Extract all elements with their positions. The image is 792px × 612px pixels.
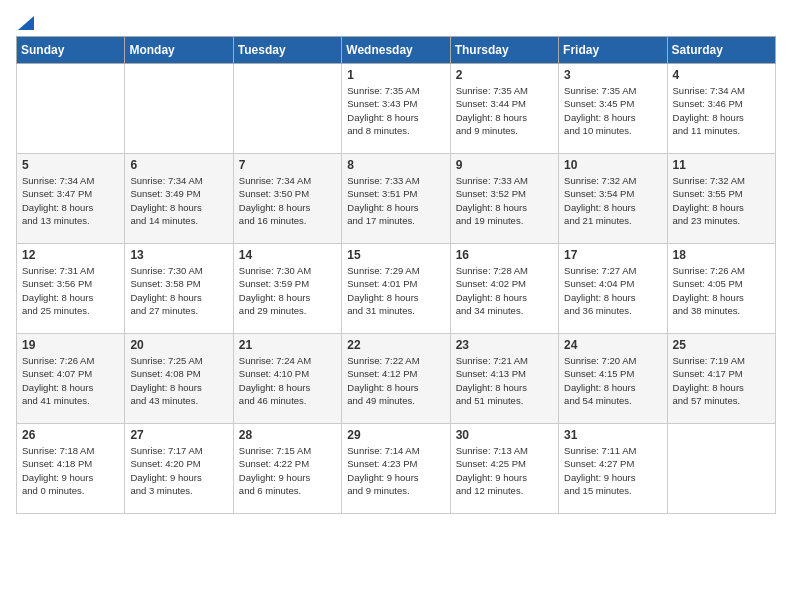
day-number: 23 bbox=[456, 338, 553, 352]
header-monday: Monday bbox=[125, 37, 233, 64]
day-number: 4 bbox=[673, 68, 770, 82]
day-number: 28 bbox=[239, 428, 336, 442]
calendar-cell bbox=[233, 64, 341, 154]
day-number: 17 bbox=[564, 248, 661, 262]
day-number: 1 bbox=[347, 68, 444, 82]
day-detail: Sunrise: 7:21 AM Sunset: 4:13 PM Dayligh… bbox=[456, 354, 553, 407]
day-detail: Sunrise: 7:25 AM Sunset: 4:08 PM Dayligh… bbox=[130, 354, 227, 407]
day-detail: Sunrise: 7:32 AM Sunset: 3:55 PM Dayligh… bbox=[673, 174, 770, 227]
day-number: 14 bbox=[239, 248, 336, 262]
day-number: 16 bbox=[456, 248, 553, 262]
calendar-cell bbox=[667, 424, 775, 514]
calendar-cell: 2Sunrise: 7:35 AM Sunset: 3:44 PM Daylig… bbox=[450, 64, 558, 154]
day-number: 19 bbox=[22, 338, 119, 352]
week-row-1: 1Sunrise: 7:35 AM Sunset: 3:43 PM Daylig… bbox=[17, 64, 776, 154]
day-detail: Sunrise: 7:26 AM Sunset: 4:05 PM Dayligh… bbox=[673, 264, 770, 317]
calendar-cell: 18Sunrise: 7:26 AM Sunset: 4:05 PM Dayli… bbox=[667, 244, 775, 334]
day-number: 12 bbox=[22, 248, 119, 262]
day-number: 15 bbox=[347, 248, 444, 262]
calendar-cell: 13Sunrise: 7:30 AM Sunset: 3:58 PM Dayli… bbox=[125, 244, 233, 334]
calendar-cell: 4Sunrise: 7:34 AM Sunset: 3:46 PM Daylig… bbox=[667, 64, 775, 154]
day-number: 2 bbox=[456, 68, 553, 82]
calendar-cell: 21Sunrise: 7:24 AM Sunset: 4:10 PM Dayli… bbox=[233, 334, 341, 424]
day-detail: Sunrise: 7:31 AM Sunset: 3:56 PM Dayligh… bbox=[22, 264, 119, 317]
day-detail: Sunrise: 7:20 AM Sunset: 4:15 PM Dayligh… bbox=[564, 354, 661, 407]
day-detail: Sunrise: 7:13 AM Sunset: 4:25 PM Dayligh… bbox=[456, 444, 553, 497]
calendar-cell: 25Sunrise: 7:19 AM Sunset: 4:17 PM Dayli… bbox=[667, 334, 775, 424]
calendar-cell bbox=[17, 64, 125, 154]
day-detail: Sunrise: 7:35 AM Sunset: 3:44 PM Dayligh… bbox=[456, 84, 553, 137]
calendar-cell: 3Sunrise: 7:35 AM Sunset: 3:45 PM Daylig… bbox=[559, 64, 667, 154]
day-number: 29 bbox=[347, 428, 444, 442]
day-number: 9 bbox=[456, 158, 553, 172]
day-number: 26 bbox=[22, 428, 119, 442]
day-number: 3 bbox=[564, 68, 661, 82]
calendar-cell: 14Sunrise: 7:30 AM Sunset: 3:59 PM Dayli… bbox=[233, 244, 341, 334]
day-number: 21 bbox=[239, 338, 336, 352]
week-row-4: 19Sunrise: 7:26 AM Sunset: 4:07 PM Dayli… bbox=[17, 334, 776, 424]
header-saturday: Saturday bbox=[667, 37, 775, 64]
day-detail: Sunrise: 7:19 AM Sunset: 4:17 PM Dayligh… bbox=[673, 354, 770, 407]
logo bbox=[16, 16, 34, 26]
calendar-cell: 30Sunrise: 7:13 AM Sunset: 4:25 PM Dayli… bbox=[450, 424, 558, 514]
calendar-cell: 1Sunrise: 7:35 AM Sunset: 3:43 PM Daylig… bbox=[342, 64, 450, 154]
calendar-cell: 26Sunrise: 7:18 AM Sunset: 4:18 PM Dayli… bbox=[17, 424, 125, 514]
day-detail: Sunrise: 7:34 AM Sunset: 3:46 PM Dayligh… bbox=[673, 84, 770, 137]
calendar-table: SundayMondayTuesdayWednesdayThursdayFrid… bbox=[16, 36, 776, 514]
calendar-cell: 27Sunrise: 7:17 AM Sunset: 4:20 PM Dayli… bbox=[125, 424, 233, 514]
day-number: 20 bbox=[130, 338, 227, 352]
day-number: 30 bbox=[456, 428, 553, 442]
calendar-cell: 8Sunrise: 7:33 AM Sunset: 3:51 PM Daylig… bbox=[342, 154, 450, 244]
calendar-cell: 12Sunrise: 7:31 AM Sunset: 3:56 PM Dayli… bbox=[17, 244, 125, 334]
day-number: 31 bbox=[564, 428, 661, 442]
day-detail: Sunrise: 7:34 AM Sunset: 3:49 PM Dayligh… bbox=[130, 174, 227, 227]
day-number: 18 bbox=[673, 248, 770, 262]
day-number: 24 bbox=[564, 338, 661, 352]
day-number: 11 bbox=[673, 158, 770, 172]
day-detail: Sunrise: 7:26 AM Sunset: 4:07 PM Dayligh… bbox=[22, 354, 119, 407]
day-detail: Sunrise: 7:35 AM Sunset: 3:43 PM Dayligh… bbox=[347, 84, 444, 137]
day-detail: Sunrise: 7:11 AM Sunset: 4:27 PM Dayligh… bbox=[564, 444, 661, 497]
day-number: 8 bbox=[347, 158, 444, 172]
day-number: 10 bbox=[564, 158, 661, 172]
day-number: 13 bbox=[130, 248, 227, 262]
day-detail: Sunrise: 7:29 AM Sunset: 4:01 PM Dayligh… bbox=[347, 264, 444, 317]
day-detail: Sunrise: 7:30 AM Sunset: 3:59 PM Dayligh… bbox=[239, 264, 336, 317]
day-detail: Sunrise: 7:28 AM Sunset: 4:02 PM Dayligh… bbox=[456, 264, 553, 317]
calendar-cell: 31Sunrise: 7:11 AM Sunset: 4:27 PM Dayli… bbox=[559, 424, 667, 514]
day-detail: Sunrise: 7:22 AM Sunset: 4:12 PM Dayligh… bbox=[347, 354, 444, 407]
day-number: 25 bbox=[673, 338, 770, 352]
calendar-cell: 19Sunrise: 7:26 AM Sunset: 4:07 PM Dayli… bbox=[17, 334, 125, 424]
header-tuesday: Tuesday bbox=[233, 37, 341, 64]
header-sunday: Sunday bbox=[17, 37, 125, 64]
day-detail: Sunrise: 7:17 AM Sunset: 4:20 PM Dayligh… bbox=[130, 444, 227, 497]
day-number: 27 bbox=[130, 428, 227, 442]
week-row-2: 5Sunrise: 7:34 AM Sunset: 3:47 PM Daylig… bbox=[17, 154, 776, 244]
week-row-5: 26Sunrise: 7:18 AM Sunset: 4:18 PM Dayli… bbox=[17, 424, 776, 514]
calendar-cell: 29Sunrise: 7:14 AM Sunset: 4:23 PM Dayli… bbox=[342, 424, 450, 514]
calendar-cell: 23Sunrise: 7:21 AM Sunset: 4:13 PM Dayli… bbox=[450, 334, 558, 424]
header-thursday: Thursday bbox=[450, 37, 558, 64]
calendar-cell bbox=[125, 64, 233, 154]
calendar-cell: 9Sunrise: 7:33 AM Sunset: 3:52 PM Daylig… bbox=[450, 154, 558, 244]
header-friday: Friday bbox=[559, 37, 667, 64]
day-detail: Sunrise: 7:14 AM Sunset: 4:23 PM Dayligh… bbox=[347, 444, 444, 497]
day-detail: Sunrise: 7:27 AM Sunset: 4:04 PM Dayligh… bbox=[564, 264, 661, 317]
day-detail: Sunrise: 7:30 AM Sunset: 3:58 PM Dayligh… bbox=[130, 264, 227, 317]
day-detail: Sunrise: 7:34 AM Sunset: 3:47 PM Dayligh… bbox=[22, 174, 119, 227]
calendar-cell: 11Sunrise: 7:32 AM Sunset: 3:55 PM Dayli… bbox=[667, 154, 775, 244]
day-detail: Sunrise: 7:24 AM Sunset: 4:10 PM Dayligh… bbox=[239, 354, 336, 407]
calendar-cell: 6Sunrise: 7:34 AM Sunset: 3:49 PM Daylig… bbox=[125, 154, 233, 244]
page-header bbox=[16, 16, 776, 26]
calendar-cell: 28Sunrise: 7:15 AM Sunset: 4:22 PM Dayli… bbox=[233, 424, 341, 514]
calendar-cell: 22Sunrise: 7:22 AM Sunset: 4:12 PM Dayli… bbox=[342, 334, 450, 424]
day-detail: Sunrise: 7:34 AM Sunset: 3:50 PM Dayligh… bbox=[239, 174, 336, 227]
calendar-cell: 20Sunrise: 7:25 AM Sunset: 4:08 PM Dayli… bbox=[125, 334, 233, 424]
calendar-cell: 5Sunrise: 7:34 AM Sunset: 3:47 PM Daylig… bbox=[17, 154, 125, 244]
calendar-cell: 7Sunrise: 7:34 AM Sunset: 3:50 PM Daylig… bbox=[233, 154, 341, 244]
calendar-cell: 10Sunrise: 7:32 AM Sunset: 3:54 PM Dayli… bbox=[559, 154, 667, 244]
logo-triangle-icon bbox=[18, 16, 34, 30]
calendar-cell: 24Sunrise: 7:20 AM Sunset: 4:15 PM Dayli… bbox=[559, 334, 667, 424]
day-detail: Sunrise: 7:15 AM Sunset: 4:22 PM Dayligh… bbox=[239, 444, 336, 497]
calendar-cell: 16Sunrise: 7:28 AM Sunset: 4:02 PM Dayli… bbox=[450, 244, 558, 334]
